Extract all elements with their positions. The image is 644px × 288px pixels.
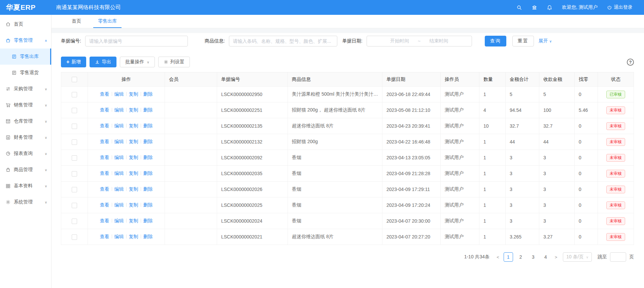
doc-icon <box>11 70 17 75</box>
page-number-1[interactable]: 1 <box>504 252 513 262</box>
sidebar-item-report-query[interactable]: 报表查询∨ <box>0 146 51 162</box>
operator-cell: 测试用户 <box>441 182 479 197</box>
delete-link[interactable]: 删除 <box>143 155 153 160</box>
row-checkbox[interactable] <box>72 139 77 145</box>
row-checkbox[interactable] <box>72 203 77 208</box>
row-checkbox[interactable] <box>72 92 77 97</box>
tab-retail-out[interactable]: 零售出库 <box>93 15 122 28</box>
total-cell: 32.7 <box>506 118 539 134</box>
sidebar-item-retail-return[interactable]: 零售退货 <box>0 65 51 81</box>
logout-button[interactable]: 退出登录 <box>607 4 633 10</box>
edit-link[interactable]: 编辑 <box>114 234 124 239</box>
copy-link[interactable]: 复制 <box>129 218 138 223</box>
view-link[interactable]: 查看 <box>100 155 109 160</box>
copy-link[interactable]: 复制 <box>129 155 138 160</box>
row-checkbox[interactable] <box>72 234 77 240</box>
batch-actions-button[interactable]: 批量操作 ∨ <box>120 57 155 67</box>
row-checkbox[interactable] <box>72 171 77 177</box>
action-divider <box>126 139 127 143</box>
sidebar-item-retail-mgmt[interactable]: 零售管理∧ <box>0 32 51 49</box>
view-link[interactable]: 查看 <box>100 202 109 207</box>
view-link[interactable]: 查看 <box>100 170 109 176</box>
edit-link[interactable]: 编辑 <box>114 218 124 223</box>
delete-link[interactable]: 删除 <box>143 234 153 239</box>
help-icon[interactable]: ? <box>627 59 634 66</box>
action-divider <box>141 108 141 112</box>
reset-button[interactable]: 重置 <box>512 36 534 46</box>
view-link[interactable]: 查看 <box>100 107 109 113</box>
page-number-2[interactable]: 2 <box>516 252 526 262</box>
select-all-checkbox[interactable] <box>72 77 77 82</box>
delete-link[interactable]: 删除 <box>143 139 153 144</box>
page-size-select[interactable]: 10 条/页 ∨ <box>563 252 592 262</box>
search-button[interactable]: 查询 <box>485 36 506 46</box>
delete-link[interactable]: 删除 <box>143 123 153 128</box>
view-link[interactable]: 查看 <box>100 123 109 128</box>
copy-link[interactable]: 复制 <box>129 91 138 97</box>
bank-icon[interactable] <box>532 5 537 10</box>
delete-link[interactable]: 删除 <box>143 218 153 223</box>
next-page-button[interactable]: > <box>553 255 559 260</box>
sidebar-item-retail-out[interactable]: 零售出库 <box>0 49 51 65</box>
delete-link[interactable]: 删除 <box>143 186 153 192</box>
view-link[interactable]: 查看 <box>100 218 109 223</box>
action-divider <box>126 155 127 159</box>
member-cell <box>165 229 217 245</box>
edit-link[interactable]: 编辑 <box>114 123 124 128</box>
view-link[interactable]: 查看 <box>100 139 109 144</box>
row-checkbox[interactable] <box>72 108 77 113</box>
expand-link[interactable]: 展开 ∨ <box>539 38 552 44</box>
jump-page-input[interactable] <box>610 252 626 262</box>
view-link[interactable]: 查看 <box>100 234 109 239</box>
product-info-input[interactable] <box>229 36 337 46</box>
copy-link[interactable]: 复制 <box>129 139 138 144</box>
copy-link[interactable]: 复制 <box>129 186 138 192</box>
sidebar-item-system-mgmt[interactable]: 系统管理∨ <box>0 194 51 210</box>
page-number-3[interactable]: 3 <box>529 252 538 262</box>
copy-link[interactable]: 复制 <box>129 107 138 113</box>
select-all-cell <box>61 72 88 87</box>
sidebar-item-purchase-mgmt[interactable]: 采购管理∨ <box>0 81 51 97</box>
edit-link[interactable]: 编辑 <box>114 107 124 113</box>
tab-home[interactable]: 首页 <box>67 15 86 28</box>
sidebar-item-basic-data[interactable]: 基本资料∨ <box>0 178 51 194</box>
actions-cell: 查看编辑复制删除 <box>88 87 165 102</box>
page-number-4[interactable]: 4 <box>541 252 550 262</box>
table-row: 查看编辑复制删除LSCK00000002092香烟2023-04-13 23:0… <box>61 150 634 166</box>
bell-icon[interactable] <box>547 5 552 10</box>
view-link[interactable]: 查看 <box>100 91 109 97</box>
row-checkbox[interactable] <box>72 187 77 192</box>
copy-link[interactable]: 复制 <box>129 170 138 176</box>
edit-link[interactable]: 编辑 <box>114 186 124 192</box>
edit-link[interactable]: 编辑 <box>114 155 124 160</box>
sidebar-item-sales-mgmt[interactable]: 销售管理∨ <box>0 97 51 113</box>
edit-link[interactable]: 编辑 <box>114 91 124 97</box>
copy-link[interactable]: 复制 <box>129 234 138 239</box>
row-checkbox[interactable] <box>72 219 77 224</box>
date-range-input[interactable]: 开始时间 ~ 结束时间 <box>367 36 472 46</box>
row-checkbox[interactable] <box>72 155 77 161</box>
edit-link[interactable]: 编辑 <box>114 139 124 144</box>
copy-link[interactable]: 复制 <box>129 202 138 207</box>
bill-no-input[interactable] <box>85 36 188 46</box>
sidebar-item-home[interactable]: 首页 <box>0 16 51 32</box>
prev-page-button[interactable]: < <box>495 255 501 260</box>
sidebar-item-finance-mgmt[interactable]: 财务管理∨ <box>0 129 51 146</box>
edit-link[interactable]: 编辑 <box>114 170 124 176</box>
column-settings-button[interactable]: 列设置 <box>158 57 190 67</box>
search-icon[interactable] <box>516 5 522 10</box>
delete-link[interactable]: 删除 <box>143 107 153 113</box>
page-size-value: 10 条/页 <box>566 254 583 260</box>
status-cell: 未审核 <box>598 229 634 245</box>
edit-link[interactable]: 编辑 <box>114 202 124 207</box>
sidebar-item-warehouse-mgmt[interactable]: 仓库管理∨ <box>0 113 51 129</box>
sidebar-item-goods-mgmt[interactable]: 商品管理∨ <box>0 162 51 178</box>
delete-link[interactable]: 删除 <box>143 91 153 97</box>
delete-link[interactable]: 删除 <box>143 202 153 207</box>
export-button[interactable]: 导出 <box>90 57 116 67</box>
copy-link[interactable]: 复制 <box>129 123 138 128</box>
delete-link[interactable]: 删除 <box>143 170 153 176</box>
add-button[interactable]: + 新增 <box>61 57 86 67</box>
row-checkbox[interactable] <box>72 124 77 129</box>
view-link[interactable]: 查看 <box>100 186 109 192</box>
